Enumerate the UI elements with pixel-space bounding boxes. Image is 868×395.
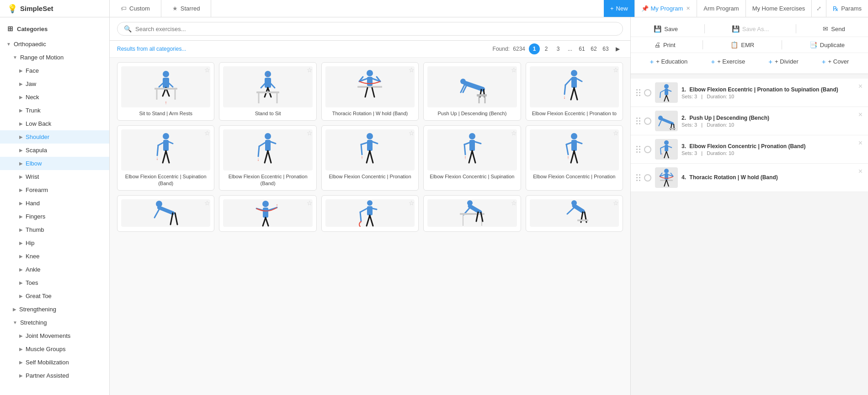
exercise-card-e14[interactable]: ☆ xyxy=(423,195,521,232)
exercise-card-e6[interactable]: ☆ ↓ Elbow Flexion Eccen xyxy=(117,125,214,191)
results-link[interactable]: Results from all categories... xyxy=(117,46,186,52)
exercise-card-e9[interactable]: ☆ ↑ Elbow Flexion Conce xyxy=(423,125,521,191)
page-62[interactable]: 62 xyxy=(588,43,599,54)
sidebar-item-jointmov[interactable]: ▶ Joint Movements xyxy=(0,329,109,342)
sidebar-item-musclegroups[interactable]: ▶ Muscle Groups xyxy=(0,342,109,356)
star-e14[interactable]: ☆ xyxy=(511,199,517,207)
page-next[interactable]: ▶ xyxy=(612,43,623,54)
tab-custom[interactable]: 🏷 Custom xyxy=(110,0,161,17)
sidebar-item-partnerasst[interactable]: ▶ Partner Assisted xyxy=(0,369,109,382)
sidebar-item-shoulder[interactable]: ▶ Shoulder xyxy=(0,130,109,144)
sidebar-item-hand[interactable]: ▶ Hand xyxy=(0,197,109,210)
drag-handle-4[interactable] xyxy=(636,174,640,181)
program-item-4[interactable]: 4. Thoracic Rotation | W hold (Band) × xyxy=(631,164,868,192)
exercise-card-e8[interactable]: ☆ ↑ Elbow Flexion Conce xyxy=(321,125,419,191)
sidebar-item-rom[interactable]: ▼ Range of Motion xyxy=(0,51,109,64)
add-divider-button[interactable]: + + Divider xyxy=(764,56,803,67)
star-e11[interactable]: ☆ xyxy=(204,199,210,207)
star-e4[interactable]: ☆ xyxy=(511,66,517,74)
sidebar-item-jaw[interactable]: ▶ Jaw xyxy=(0,77,109,91)
save-button[interactable]: 💾 Save xyxy=(649,23,682,35)
arm-program-tab[interactable]: Arm Program xyxy=(697,0,745,17)
star-e13[interactable]: ☆ xyxy=(409,199,415,207)
sidebar-item-fingers[interactable]: ▶ Fingers xyxy=(0,210,109,223)
search-input[interactable] xyxy=(135,26,616,32)
sidebar-item-thumb[interactable]: ▶ Thumb xyxy=(0,223,109,236)
duplicate-button[interactable]: 📑 Duplicate xyxy=(805,39,849,51)
sidebar-item-stretching[interactable]: ▼ Stretching xyxy=(0,316,109,329)
prog-close-1[interactable]: × xyxy=(858,82,863,91)
sidebar-item-trunk[interactable]: ▶ Trunk xyxy=(0,104,109,117)
exercise-card-e5[interactable]: ☆ ↓ Elbo xyxy=(526,62,623,121)
add-exercise-button[interactable]: + + Exercise xyxy=(706,56,750,67)
params-button[interactable]: ℞ Params xyxy=(826,0,868,17)
add-cover-button[interactable]: + + Cover xyxy=(817,56,854,67)
star-e8[interactable]: ☆ xyxy=(409,129,415,137)
prog-radio-2[interactable] xyxy=(644,117,651,125)
program-item-2[interactable]: 2. Push Up | Descending (Bench) Sets: 3 … xyxy=(631,107,868,135)
star-e5[interactable]: ☆ xyxy=(613,66,619,74)
star-e6[interactable]: ☆ xyxy=(204,129,210,137)
home-exercises-tab[interactable]: My Home Exercises xyxy=(746,0,812,17)
exercise-card-e15[interactable]: ☆ xyxy=(526,195,623,232)
sidebar-item-toes[interactable]: ▶ Toes xyxy=(0,276,109,289)
star-e2[interactable]: ☆ xyxy=(307,66,313,74)
sidebar-item-wrist[interactable]: ▶ Wrist xyxy=(0,170,109,183)
sidebar-item-greattoe[interactable]: ▶ Great Toe xyxy=(0,289,109,303)
send-button[interactable]: ✉ Send xyxy=(818,23,849,35)
sidebar-item-ankle[interactable]: ▶ Ankle xyxy=(0,263,109,276)
sidebar-item-face[interactable]: ▶ Face xyxy=(0,64,109,77)
exercise-card-e1[interactable]: ☆ xyxy=(117,62,214,121)
sidebar-item-lowback[interactable]: ▶ Low Back xyxy=(0,117,109,130)
page-61[interactable]: 61 xyxy=(576,43,587,54)
drag-handle-2[interactable] xyxy=(636,117,640,124)
search-input-wrap[interactable]: 🔍 xyxy=(117,22,623,36)
my-program-tab[interactable]: 📌 My Program ✕ xyxy=(634,0,697,17)
star-e1[interactable]: ☆ xyxy=(204,66,210,74)
prog-radio-3[interactable] xyxy=(644,146,651,153)
exercise-card-e7[interactable]: ☆ ↓ Elbow Flexion Eccen xyxy=(219,125,316,191)
page-2[interactable]: 2 xyxy=(541,43,552,54)
sidebar-item-orthopaedic[interactable]: ▼ Orthopaedic xyxy=(0,37,109,51)
prog-close-4[interactable]: × xyxy=(858,167,863,176)
prog-close-3[interactable]: × xyxy=(858,139,863,147)
emr-button[interactable]: 📋 EMR xyxy=(726,39,759,51)
star-e15[interactable]: ☆ xyxy=(613,199,619,207)
exercise-card-e4[interactable]: ☆ xyxy=(423,62,521,121)
new-button[interactable]: + New xyxy=(604,0,634,17)
exercise-card-e11[interactable]: ☆ xyxy=(117,195,214,232)
sidebar-item-strengthening[interactable]: ▶ Strengthening xyxy=(0,303,109,316)
exercise-card-e3[interactable]: ☆ xyxy=(321,62,419,121)
my-program-close[interactable]: ✕ xyxy=(686,5,690,11)
page-63[interactable]: 63 xyxy=(600,43,611,54)
page-1[interactable]: 1 xyxy=(529,43,540,54)
sidebar-item-scapula[interactable]: ▶ Scapula xyxy=(0,144,109,157)
sidebar-item-selfmob[interactable]: ▶ Self Mobilization xyxy=(0,356,109,369)
save-as-button[interactable]: 💾 Save As... xyxy=(727,23,774,35)
star-e7[interactable]: ☆ xyxy=(307,129,313,137)
star-e9[interactable]: ☆ xyxy=(511,129,517,137)
star-e10[interactable]: ☆ xyxy=(613,129,619,137)
drag-handle-1[interactable] xyxy=(636,89,640,96)
program-item-3[interactable]: ↑ 3. Elbow Flexion Concentric | Pronatio… xyxy=(631,135,868,164)
exercise-card-e2[interactable]: ☆ ↓ xyxy=(219,62,316,121)
exercise-card-e13[interactable]: ☆ ↑ xyxy=(321,195,419,232)
exercise-card-e10[interactable]: ☆ ↑ Elbow Flexion Conce xyxy=(526,125,623,191)
tab-starred[interactable]: ★ Starred xyxy=(161,0,212,17)
prog-radio-1[interactable] xyxy=(644,89,651,96)
sidebar-item-elbow[interactable]: ▶ Elbow xyxy=(0,157,109,170)
expand-button[interactable]: ⤢ xyxy=(811,0,826,17)
drag-handle-3[interactable] xyxy=(636,146,640,153)
star-e3[interactable]: ☆ xyxy=(409,66,415,74)
sidebar-item-knee[interactable]: ▶ Knee xyxy=(0,250,109,263)
prog-close-2[interactable]: × xyxy=(858,111,863,119)
print-button[interactable]: 🖨 Print xyxy=(650,39,680,51)
prog-radio-4[interactable] xyxy=(644,174,651,181)
star-e12[interactable]: ☆ xyxy=(307,199,313,207)
sidebar-item-hip[interactable]: ▶ Hip xyxy=(0,236,109,250)
page-3[interactable]: 3 xyxy=(553,43,564,54)
sidebar-item-neck[interactable]: ▶ Neck xyxy=(0,91,109,104)
program-item-1[interactable]: 1. Elbow Flexion Eccentric | Pronation t… xyxy=(631,79,868,107)
sidebar-item-forearm[interactable]: ▶ Forearm xyxy=(0,183,109,197)
add-education-button[interactable]: + + Education xyxy=(645,56,692,67)
